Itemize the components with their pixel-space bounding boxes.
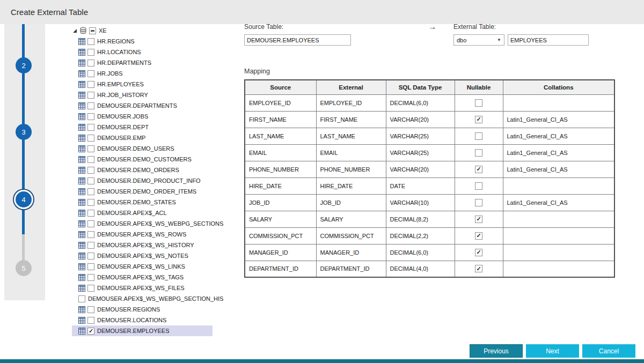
sql-data-type-cell[interactable]: DECIMAL(4,0)	[386, 261, 455, 277]
tree-item-checkbox[interactable]	[87, 92, 94, 99]
tree-item[interactable]: DEMOUSER.APEX$_WS_LINKS	[72, 261, 213, 272]
nullable-checkbox[interactable]	[475, 216, 482, 223]
collation-cell[interactable]	[503, 211, 614, 227]
sql-data-type-cell[interactable]: DECIMAL(2,2)	[386, 227, 455, 244]
tree-item[interactable]: DEMOUSER.APEX$_WS_WEBPG_SECTIONS	[72, 218, 213, 229]
collation-cell[interactable]: Latin1_General_CI_AS	[503, 194, 614, 211]
source-cell[interactable]: SALARY	[245, 211, 316, 227]
tree-item-checkbox[interactable]	[87, 113, 94, 120]
source-cell[interactable]: COMMISSION_PCT	[245, 227, 316, 244]
tree-item[interactable]: DEMOUSER.DEMO_ORDERS	[72, 165, 213, 175]
nullable-checkbox[interactable]	[475, 199, 482, 206]
tree-item-checkbox[interactable]	[87, 253, 94, 260]
tree-item-checkbox[interactable]	[87, 70, 94, 77]
nullable-checkbox[interactable]	[475, 132, 482, 140]
tree-root-xe[interactable]: XE	[72, 25, 213, 36]
tree-item-checkbox[interactable]	[87, 102, 94, 109]
external-cell[interactable]: EMAIL	[316, 144, 386, 161]
tree-item-checkbox[interactable]	[87, 274, 94, 281]
tree-item-checkbox[interactable]	[78, 295, 85, 302]
external-cell[interactable]: DEPARTMENT_ID	[316, 261, 386, 277]
tree-item[interactable]: HR.EMPLOYEES	[72, 79, 213, 90]
collation-cell[interactable]	[503, 177, 614, 194]
external-cell[interactable]: SALARY	[316, 211, 386, 227]
column-header[interactable]: SQL Data Type	[386, 80, 455, 94]
sql-data-type-cell[interactable]: VARCHAR(25)	[386, 128, 455, 144]
schema-dropdown[interactable]: dbo ▼	[453, 34, 504, 46]
tree-item-checkbox[interactable]	[87, 231, 94, 238]
source-cell[interactable]: FIRST_NAME	[245, 111, 316, 128]
source-table-input[interactable]	[244, 34, 351, 46]
external-cell[interactable]: MANAGER_ID	[316, 244, 386, 261]
sql-data-type-cell[interactable]: VARCHAR(20)	[386, 111, 455, 128]
wizard-step[interactable]: 2	[16, 57, 32, 73]
nullable-checkbox[interactable]	[475, 182, 482, 190]
tree-item[interactable]: DEMOUSER.APEX$_WS_TAGS	[72, 272, 213, 283]
collation-cell[interactable]: Latin1_General_CI_AS	[503, 128, 614, 144]
next-button[interactable]: Next	[526, 344, 579, 358]
previous-button[interactable]: Previous	[470, 344, 523, 358]
wizard-step[interactable]: 4	[16, 191, 32, 208]
external-cell[interactable]: EMPLOYEE_ID	[316, 94, 386, 111]
tree-item[interactable]: HR.JOBS	[72, 68, 213, 79]
external-table-input[interactable]	[508, 34, 589, 46]
tree-item[interactable]: DEMOUSER.DEMO_STATES	[72, 197, 213, 208]
tree-item[interactable]: DEMOUSER.DEPARTMENTS	[72, 100, 213, 111]
nullable-checkbox[interactable]	[475, 265, 482, 272]
tree-item[interactable]: HR.REGIONS	[72, 36, 213, 47]
wizard-step[interactable]: 3	[16, 124, 32, 140]
collation-cell[interactable]	[503, 94, 614, 111]
collation-cell[interactable]	[503, 227, 614, 244]
tree-item[interactable]: DEMOUSER.DEPT	[72, 122, 213, 132]
tree-item[interactable]: DEMOUSER.LOCATIONS	[72, 315, 213, 325]
tree-item-checkbox[interactable]	[87, 306, 94, 313]
tree-item-checkbox[interactable]	[87, 156, 94, 163]
external-cell[interactable]: JOB_ID	[316, 194, 386, 211]
column-header[interactable]: External	[316, 80, 386, 94]
sql-data-type-cell[interactable]: DECIMAL(6,0)	[386, 244, 455, 261]
tree-item[interactable]: DEMOUSER.APEX$_WS_NOTES	[72, 250, 213, 261]
collation-cell[interactable]: Latin1_General_CI_AS	[503, 144, 614, 161]
nullable-checkbox[interactable]	[475, 249, 482, 256]
tree-item-checkbox[interactable]	[87, 81, 94, 88]
source-cell[interactable]: MANAGER_ID	[245, 244, 316, 261]
tree-item[interactable]: DEMOUSER.JOBS	[72, 111, 213, 122]
column-header[interactable]: Source	[245, 80, 316, 94]
sql-data-type-cell[interactable]: VARCHAR(25)	[386, 144, 455, 161]
tree-item[interactable]: DEMOUSER.DEMO_USERS	[72, 143, 213, 154]
nullable-checkbox[interactable]	[475, 149, 482, 157]
tree-item[interactable]: DEMOUSER.APEX$_WS_FILES	[72, 283, 213, 293]
external-cell[interactable]: COMMISSION_PCT	[316, 227, 386, 244]
source-cell[interactable]: LAST_NAME	[245, 128, 316, 144]
tree-item[interactable]: DEMOUSER.APEX$_WS_ROWS	[72, 229, 213, 240]
external-cell[interactable]: FIRST_NAME	[316, 111, 386, 128]
source-cell[interactable]: PHONE_NUMBER	[245, 161, 316, 177]
tree-item-checkbox[interactable]	[87, 177, 94, 184]
tree-item-checkbox[interactable]	[87, 199, 94, 206]
collation-cell[interactable]	[503, 261, 614, 277]
column-header[interactable]: Nullable	[455, 80, 503, 94]
tree-item[interactable]: DEMOUSER.APEX$_ACL	[72, 208, 213, 218]
collation-cell[interactable]: Latin1_General_CI_AS	[503, 111, 614, 128]
tree-item-checkbox[interactable]	[87, 49, 94, 56]
tree-item-checkbox[interactable]	[87, 60, 94, 66]
external-cell[interactable]: LAST_NAME	[316, 128, 386, 144]
nullable-checkbox[interactable]	[475, 99, 482, 107]
sql-data-type-cell[interactable]: VARCHAR(10)	[386, 194, 455, 211]
sql-data-type-cell[interactable]: DECIMAL(6,0)	[386, 94, 455, 111]
tree-item[interactable]: DEMOUSER.DEMO_PRODUCT_INFO	[72, 175, 213, 186]
source-cell[interactable]: HIRE_DATE	[245, 177, 316, 194]
nullable-checkbox[interactable]	[475, 116, 482, 123]
nullable-checkbox[interactable]	[475, 166, 482, 173]
tree-item-checkbox[interactable]	[87, 263, 94, 270]
sql-data-type-cell[interactable]: VARCHAR(20)	[386, 161, 455, 177]
source-cell[interactable]: EMPLOYEE_ID	[245, 94, 316, 111]
tree-item-checkbox[interactable]	[87, 317, 94, 324]
wizard-step[interactable]: 5	[16, 260, 32, 276]
external-cell[interactable]: PHONE_NUMBER	[316, 161, 386, 177]
tree-item-checkbox[interactable]	[87, 220, 94, 227]
collation-cell[interactable]	[503, 244, 614, 261]
tree-item[interactable]: HR.DEPARTMENTS	[72, 57, 213, 68]
nullable-checkbox[interactable]	[475, 232, 482, 240]
sql-data-type-cell[interactable]: DECIMAL(8,2)	[386, 211, 455, 227]
